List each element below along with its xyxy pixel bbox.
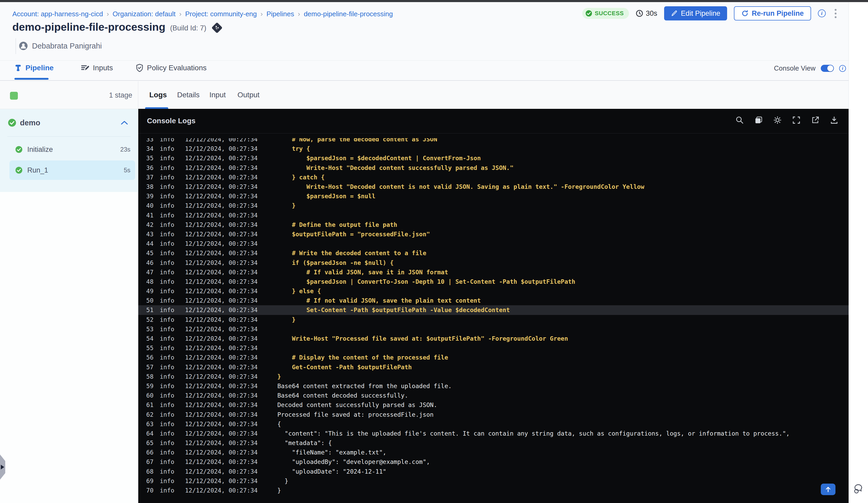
log-level: info (160, 183, 176, 190)
scroll-to-top-button[interactable] (821, 484, 836, 495)
log-timestamp: 12/12/2024, 00:27:34 (185, 155, 262, 161)
git-commit-icon[interactable] (211, 22, 223, 33)
log-level: info (160, 392, 176, 399)
clock-icon (636, 10, 643, 17)
log-line-number: 36 (141, 165, 154, 171)
log-line-number: 42 (141, 221, 154, 228)
log-level: info (160, 193, 176, 200)
toggle-knob (827, 65, 833, 71)
log-line: 38 info 12/12/2024, 00:27:34 Write-Host … (138, 182, 849, 191)
log-line-number: 33 (141, 138, 154, 143)
log-line-number: 66 (141, 449, 154, 456)
log-tab-bar: Logs Details Input Output (138, 81, 849, 109)
log-message: try { (277, 145, 310, 152)
console-view-info-icon[interactable]: i (839, 65, 846, 72)
page-title: demo-pipeline-file-processing (12, 21, 165, 33)
log-line-number: 38 (141, 183, 154, 190)
log-scroll-area[interactable]: 33 info 12/12/2024, 00:27:34 # Now, pars… (138, 138, 849, 503)
log-line-number: 53 (141, 326, 154, 333)
breadcrumb-link-account[interactable]: Account: app-harness-ng-cicd (12, 10, 103, 18)
log-level: info (160, 155, 176, 161)
log-line: 45 info 12/12/2024, 00:27:34 # Write the… (138, 248, 849, 258)
log-line-number: 52 (141, 316, 154, 323)
log-timestamp: 12/12/2024, 00:27:34 (185, 145, 262, 152)
stage-count-label: 1 stage (109, 91, 132, 99)
step-row-run-1[interactable]: Run_1 5s (9, 160, 135, 180)
log-level: info (160, 487, 176, 494)
log-line-number: 48 (141, 278, 154, 285)
log-level: info (160, 449, 176, 456)
log-timestamp: 12/12/2024, 00:27:34 (185, 401, 262, 408)
log-level: info (160, 221, 176, 228)
tab-pipeline[interactable]: Pipeline (14, 64, 53, 72)
execution-info-icon[interactable]: i (818, 9, 826, 17)
log-level: info (160, 250, 176, 256)
main-tab-bar: Pipeline Inputs Policy Evaluations Conso… (0, 61, 868, 81)
breadcrumb-link-organization[interactable]: Organization: default (113, 10, 176, 18)
log-timestamp: 12/12/2024, 00:27:34 (185, 326, 262, 333)
log-level: info (160, 269, 176, 276)
log-level: info (160, 440, 176, 446)
step-duration: 5s (124, 167, 131, 174)
breadcrumb-link-current-pipeline[interactable]: demo-pipeline-file-processing (304, 10, 393, 18)
console-title: Console Logs (147, 117, 196, 125)
tab-inputs[interactable]: Inputs (81, 64, 113, 72)
tab-details[interactable]: Details (177, 91, 200, 99)
download-icon[interactable] (830, 116, 839, 125)
log-line-number: 60 (141, 392, 154, 399)
search-icon[interactable] (735, 116, 744, 125)
chevron-up-icon[interactable] (121, 120, 128, 125)
console-view-toggle[interactable] (821, 65, 834, 72)
pencil-icon (671, 10, 678, 17)
log-message: { (277, 421, 281, 428)
fullscreen-icon[interactable] (792, 116, 801, 125)
log-level: info (160, 430, 176, 437)
breadcrumb-item: Account: app-harness-ng-cicd› (12, 10, 113, 18)
log-line-number: 54 (141, 335, 154, 342)
log-line-number: 41 (141, 212, 154, 219)
tab-policy-evaluations[interactable]: Policy Evaluations (136, 64, 207, 72)
rerun-pipeline-button[interactable]: Re-run Pipeline (734, 6, 811, 20)
copy-icon[interactable] (754, 116, 763, 125)
log-message: "fileName": "example.txt", (277, 449, 386, 456)
triangle-right-icon (1, 465, 4, 469)
log-level: info (160, 459, 176, 465)
active-tab-underline (14, 78, 49, 80)
log-message: $outputFilePath = "processedFile.json" (277, 231, 430, 238)
edit-pipeline-button[interactable]: Edit Pipeline (664, 6, 727, 20)
log-timestamp: 12/12/2024, 00:27:34 (185, 487, 262, 494)
more-options-kebab-icon[interactable] (833, 8, 839, 19)
log-level: info (160, 306, 176, 313)
log-level: info (160, 335, 176, 342)
pipeline-execution-page: Account: app-harness-ng-cicd› Organizati… (0, 0, 868, 503)
open-in-new-icon[interactable] (811, 116, 820, 125)
log-timestamp: 12/12/2024, 00:27:34 (185, 202, 262, 209)
log-line-number: 59 (141, 383, 154, 389)
log-level: info (160, 231, 176, 238)
tab-logs[interactable]: Logs (149, 91, 167, 99)
tab-output[interactable]: Output (237, 91, 259, 99)
status-badge: SUCCESS (582, 8, 629, 19)
duration-value: 30s (646, 9, 657, 18)
log-line: 40 info 12/12/2024, 00:27:34 } (138, 201, 849, 210)
console-view-control: Console View i (774, 64, 846, 72)
log-level: info (160, 165, 176, 171)
log-line: 65 info 12/12/2024, 00:27:34 "metadata":… (138, 438, 849, 448)
log-line: 60 info 12/12/2024, 00:27:34 Base64 cont… (138, 391, 849, 400)
step-row-initialize[interactable]: Initialize 23s (9, 141, 135, 158)
tab-input[interactable]: Input (209, 91, 226, 99)
log-line-number: 68 (141, 468, 154, 475)
log-message: Processed file saved at: processedFile.j… (277, 411, 433, 418)
breadcrumb-link-pipelines[interactable]: Pipelines (266, 10, 294, 18)
tab-pipeline-label: Pipeline (25, 64, 53, 72)
log-level: info (160, 345, 176, 352)
stage-name: demo (20, 118, 40, 127)
support-chat-icon[interactable] (853, 483, 865, 495)
log-timestamp: 12/12/2024, 00:27:34 (185, 297, 262, 304)
log-level: info (160, 259, 176, 266)
tab-inputs-label: Inputs (93, 64, 113, 72)
stage-status-square[interactable] (10, 92, 18, 99)
stage-row-demo[interactable]: demo (0, 113, 138, 133)
settings-icon[interactable] (773, 116, 782, 125)
breadcrumb-link-project[interactable]: Project: community-eng (185, 10, 257, 18)
